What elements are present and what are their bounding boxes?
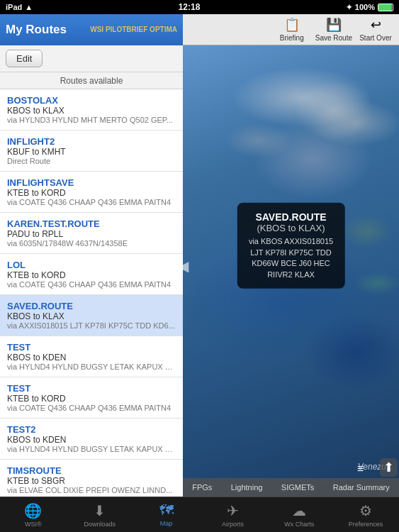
map-tab[interactable]: FPGs (188, 483, 216, 492)
route-from-to: KBUF to KMHT (7, 147, 176, 157)
sidebar-edit-bar: Edit (0, 45, 183, 72)
map-tab[interactable]: SIGMETs (277, 483, 318, 492)
nav-icon: ✈ (227, 502, 239, 519)
status-bar-left: iPad ▲ (6, 3, 33, 11)
map-background[interactable]: 📋 Briefing 💾 Save Route ↩ Start Over SAV… (183, 14, 399, 497)
briefing-icon: 📋 (282, 17, 302, 33)
routes-available-label: Routes available (0, 72, 183, 89)
nav-label: Map (160, 520, 173, 527)
route-via: via COATE Q436 CHAAP Q436 EMMA PAITN4 (7, 280, 176, 289)
route-via: Direct Route (7, 157, 176, 165)
route-from-to: KBOS to KDEN (7, 353, 176, 362)
nav-item-map[interactable]: 🗺 Map (133, 502, 200, 527)
route-from-to: KTEB to KORD (7, 270, 176, 280)
status-bar: iPad ▲ 12:18 ✦ 100% (0, 0, 399, 14)
nav-item-preferences[interactable]: ⚙ Preferences (332, 502, 399, 528)
nav-icon: ⚙ (359, 502, 372, 519)
map-bottom-tabs: FPGsLightningSIGMETsRadar Summary (183, 478, 399, 497)
route-from-to: KBOS to KLAX (7, 311, 176, 321)
route-from-to: KTEB to KORD (7, 394, 176, 404)
battery-icon (378, 4, 393, 11)
route-name: SAVED.ROUTE (7, 301, 176, 311)
route-via: via HYLND4 HYLND BUGSY LETAK KAPUX K... (7, 445, 176, 453)
route-name: BOSTOLAX (7, 95, 176, 106)
route-name: LOL (7, 260, 176, 270)
status-bar-time: 12:18 (179, 2, 201, 12)
route-from-to: KBOS to KLAX (7, 106, 176, 116)
route-via: via HYLND3 HYLND MHT MERTO Q502 GEP... (7, 116, 176, 124)
route-via: via COATE Q436 CHAAP Q436 EMMA PAITN4 (7, 404, 176, 412)
route-from-to: KBOS to KDEN (7, 435, 176, 445)
callout-subtitle: (KBOS to KLAX) (248, 223, 334, 233)
route-from-to: KTEB to SBGR (7, 476, 176, 486)
route-name: TEST2 (7, 424, 176, 435)
map-toolbar: 📋 Briefing 💾 Save Route ↩ Start Over (183, 14, 399, 45)
nav-label: WSI® (25, 521, 42, 528)
status-bar-right: ✦ 100% (346, 3, 393, 12)
route-from-to: KTEB to KORD (7, 188, 176, 198)
ipad-label: iPad (6, 3, 22, 11)
nav-item-airports[interactable]: ✈ Airports (199, 502, 266, 528)
route-name: KAREN.TEST.ROUTE (7, 218, 176, 229)
layers-button[interactable]: ≡ (357, 462, 364, 475)
nav-icon: 🗺 (159, 502, 174, 519)
battery-label: 100% (355, 3, 375, 11)
route-list-item[interactable]: SAVED.ROUTE KBOS to KLAX via AXXIS018015… (0, 295, 183, 336)
nav-item-downloads[interactable]: ⬇ Downloads (67, 502, 133, 528)
map-area: 📋 Briefing 💾 Save Route ↩ Start Over SAV… (183, 14, 399, 497)
start-over-label: Start Over (359, 34, 392, 42)
route-via: via HYLND4 HYLND BUGSY LETAK KAPUX K... (7, 362, 176, 371)
route-via: via AXXIS018015 LJT KP78I KP75C TDD KD6.… (7, 321, 176, 330)
route-list-item[interactable]: TEST2 KBOS to KDEN via HYLND4 HYLND BUGS… (0, 419, 183, 460)
route-via: via 6035N/17848W 4637N/14358E (7, 239, 176, 248)
save-route-label: Save Route (315, 34, 352, 42)
sidebar-title: My Routes (6, 23, 67, 37)
route-list: BOSTOLAX KBOS to KLAX via HYLND3 HYLND M… (0, 89, 183, 497)
sidebar-header: My Routes WSI PILOTBRIEF OPTIMA (0, 14, 183, 45)
callout-route: via KBOS AXXIS018015 LJT KP78I KP75C TDD… (248, 236, 334, 280)
nav-label: Preferences (349, 521, 383, 528)
sidebar-logo: WSI PILOTBRIEF OPTIMA (90, 26, 177, 34)
nav-item-wsi®[interactable]: 🌐 WSI® (0, 502, 67, 528)
start-over-icon: ↩ (366, 17, 386, 33)
nav-label: Airports (222, 521, 244, 528)
briefing-button[interactable]: 📋 Briefing (274, 17, 310, 42)
bottom-nav: 🌐 WSI® ⬇ Downloads 🗺 Map ✈ Airports ☁ Wx… (0, 497, 399, 532)
save-route-icon: 💾 (324, 17, 344, 33)
wifi-icon: ▲ (25, 3, 33, 11)
bluetooth-icon: ✦ (346, 3, 352, 12)
route-list-item[interactable]: INFLIGHT2 KBUF to KMHT Direct Route (0, 131, 183, 172)
route-name: TEST (7, 383, 176, 394)
map-tab[interactable]: Radar Summary (329, 483, 394, 492)
route-list-item[interactable]: INFLIGHTSAVE KTEB to KORD via COATE Q436… (0, 172, 183, 213)
route-list-item[interactable]: LOL KTEB to KORD via COATE Q436 CHAAP Q4… (0, 254, 183, 295)
nav-label: Downloads (84, 521, 116, 528)
save-route-button[interactable]: 💾 Save Route (315, 17, 352, 42)
route-name: INFLIGHT2 (7, 136, 176, 147)
map-tab[interactable]: Lightning (227, 483, 267, 492)
nav-icon: 🌐 (24, 502, 42, 519)
route-from-to: PADU to RPLL (7, 229, 176, 239)
sidebar: My Routes WSI PILOTBRIEF OPTIMA Edit Rou… (0, 14, 183, 497)
route-name: INFLIGHTSAVE (7, 177, 176, 188)
route-list-item[interactable]: TEST KTEB to KORD via COATE Q436 CHAAP Q… (0, 377, 183, 419)
route-name: TIMSROUTE (7, 465, 176, 476)
route-list-item[interactable]: BOSTOLAX KBOS to KLAX via HYLND3 HYLND M… (0, 89, 183, 131)
route-name: TEST (7, 342, 176, 353)
nav-icon: ⬇ (94, 502, 106, 519)
briefing-label: Briefing (280, 34, 304, 42)
route-list-item[interactable]: KAREN.TEST.ROUTE PADU to RPLL via 6035N/… (0, 213, 183, 254)
route-list-item[interactable]: TIMSROUTE KTEB to SBGR via ELVAE COL DIX… (0, 460, 183, 497)
route-via: via COATE Q436 CHAAP Q436 EMMA PAITN4 (7, 198, 176, 206)
callout-title: SAVED.ROUTE (248, 211, 334, 223)
map-callout: SAVED.ROUTE (KBOS to KLAX) via KBOS AXXI… (237, 203, 345, 289)
edit-button[interactable]: Edit (6, 50, 43, 67)
route-via: via ELVAE COL DIXIE PREPI OWENZ LINND... (7, 486, 176, 494)
nav-icon: ☁ (292, 502, 306, 519)
route-list-item[interactable]: TEST KBOS to KDEN via HYLND4 HYLND BUGSY… (0, 336, 183, 377)
nav-item-wx-charts[interactable]: ☁ Wx Charts (266, 502, 332, 528)
nav-label: Wx Charts (284, 521, 314, 528)
share-button[interactable]: ⬆ (380, 458, 398, 477)
start-over-button[interactable]: ↩ Start Over (358, 17, 393, 42)
